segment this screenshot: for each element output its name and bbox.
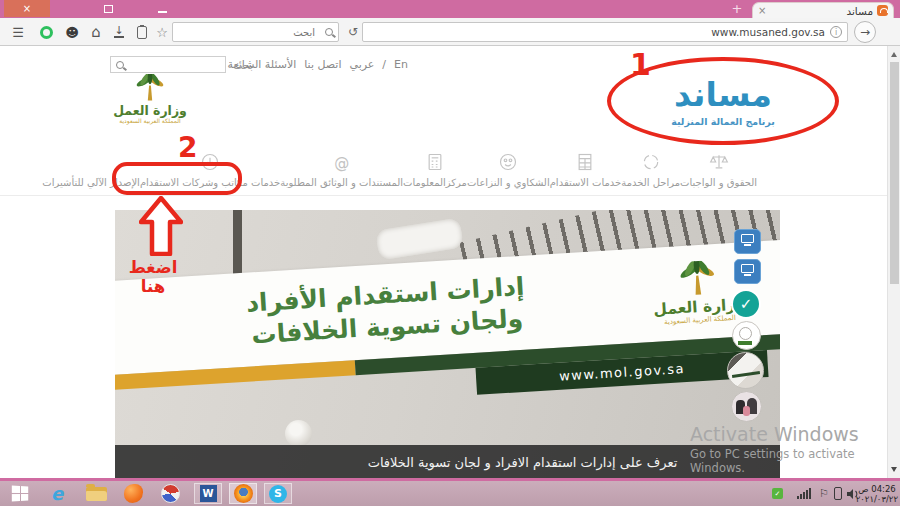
scroll-down-icon[interactable] [891, 467, 897, 472]
e-services-button[interactable] [734, 259, 761, 284]
downloads-button[interactable]: ↓ [110, 18, 128, 46]
browser-app-button[interactable] [159, 483, 181, 504]
word-button[interactable]: W [194, 483, 222, 504]
slider-caption: تعرف على إدارات استقدام الافراد و لجان ت… [115, 445, 780, 479]
firefox-button[interactable] [229, 483, 257, 504]
browser-toolbar: ☰ ☻ ⌂ ↓ ☆ ↺ i www.musaned.gov.sa → [0, 18, 900, 46]
scales-icon [709, 152, 729, 172]
link-faq[interactable]: الأسئلة الشائعة [228, 58, 297, 71]
palm-tree-icon [673, 259, 721, 300]
device-icon[interactable] [834, 487, 842, 500]
forward-arrow-icon: → [860, 25, 870, 39]
palm-tree-icon [132, 74, 168, 104]
window-maximize-button[interactable] [104, 5, 113, 13]
link-divider: / [382, 58, 386, 71]
ministry-logo: وزارة العمل المملكة العربية السعودية [110, 74, 190, 124]
extension-button[interactable] [36, 18, 56, 46]
windows-logo-icon [11, 486, 27, 502]
nav-item-complaints[interactable]: الشكاوي و النزاعات [467, 152, 550, 195]
screen: × + × مساند ☰ ☻ ⌂ ↓ ☆ ↺ i www.musaned.go… [0, 0, 900, 506]
new-tab-button[interactable]: + [728, 1, 746, 16]
nav-item-recruitment-services[interactable]: خدمات الاستقدام [550, 152, 622, 195]
site-search-input[interactable] [127, 58, 223, 71]
ministry-title: وزارة العمل [110, 104, 190, 117]
browser-search-box[interactable] [172, 22, 339, 42]
chat-extension-button[interactable]: ☻ [62, 18, 82, 46]
url-text: www.musaned.gov.sa [711, 26, 825, 38]
skype-icon: S [269, 485, 287, 503]
link-english[interactable]: En [394, 58, 408, 71]
firefox-icon [234, 484, 253, 503]
service-stages-icon [641, 152, 661, 172]
slide-thumb-document[interactable] [732, 321, 761, 350]
home-button[interactable]: ⌂ [86, 18, 106, 46]
nav-item-service-stages[interactable]: مراحل الخدمة [621, 152, 680, 195]
ie-icon: e [51, 483, 63, 504]
avast-button[interactable] [122, 483, 144, 504]
scrollbar-thumb[interactable] [890, 62, 899, 284]
annotation-up-arrow-icon [139, 196, 183, 256]
complaints-icon [498, 152, 518, 172]
activate-windows-line1: Activate Windows [690, 423, 859, 445]
hamburger-icon: ☰ [12, 25, 24, 40]
site-search-box[interactable] [110, 56, 226, 73]
start-button[interactable] [8, 483, 32, 504]
word-icon: W [200, 485, 217, 502]
link-arabic[interactable]: عربي [349, 58, 374, 71]
url-bar[interactable]: i www.musaned.gov.sa [362, 22, 848, 42]
clipboard-button[interactable] [133, 18, 151, 46]
menu-button[interactable]: ☰ [8, 18, 28, 46]
monitor-icon [741, 264, 754, 273]
annotation-box-2 [112, 162, 242, 195]
search-icon [325, 28, 333, 36]
chat-face-icon: ☻ [65, 25, 79, 40]
clock-date: ٢٠٢١/٠٣/٢٢ [856, 494, 898, 504]
page-scrollbar[interactable] [887, 46, 900, 478]
check-slide-button[interactable]: ✓ [731, 289, 761, 319]
scroll-up-icon[interactable] [891, 52, 897, 57]
remote-support-button[interactable] [734, 229, 761, 254]
internet-explorer-button[interactable]: e [46, 483, 68, 504]
tab-title: مساند [770, 5, 873, 17]
annotation-number-1: 1 [630, 47, 651, 82]
ceiling-light [375, 218, 464, 261]
folder-icon [86, 487, 107, 501]
hero-slider[interactable]: وزارة العمل المملكة العربية السعودية إدا… [115, 210, 780, 479]
taskbar-clock[interactable]: 04:26 ص ٢٠٢١/٠٣/٢٢ [856, 484, 898, 504]
network-signal-icon[interactable] [797, 487, 811, 499]
nav-item-information-center[interactable]: مركزالمعلومات [403, 152, 467, 195]
reload-button[interactable]: ↺ [344, 18, 362, 46]
green-ring-icon [40, 26, 53, 39]
header-links: En / عربي اتصل بنا الأسئلة الشائعة [258, 58, 408, 71]
tab-close-icon[interactable]: × [758, 6, 766, 16]
browser-search-input[interactable] [175, 24, 315, 40]
search-icon [116, 61, 124, 69]
slide-thumb-banner[interactable] [727, 352, 764, 389]
monitor-icon [741, 234, 754, 243]
activate-windows-line2: Go to PC settings to activate Windows. [690, 447, 900, 475]
information-center-icon [425, 152, 445, 172]
windows-taskbar: e W S ✓ ⚐ 04:26 ص ٢٠٢١/٠٣/٢٢ [0, 481, 900, 506]
bookmark-button[interactable]: ☆ [152, 18, 172, 46]
page-info-icon[interactable]: i [830, 26, 842, 38]
slide-thumb-people[interactable] [731, 391, 762, 422]
clock-time: 04:26 ص [856, 484, 898, 494]
recruitment-services-icon [575, 152, 595, 172]
window-close-button[interactable]: × [4, 0, 50, 17]
clipboard-icon [137, 26, 147, 39]
link-contact[interactable]: اتصل بنا [304, 58, 341, 71]
annotation-number-2: 2 [178, 131, 197, 164]
forward-button[interactable]: → [854, 21, 876, 43]
skype-button[interactable]: S [264, 483, 292, 504]
swirl-icon [161, 484, 180, 503]
nav-item-rights[interactable]: الحقوق و الواجبات [680, 152, 757, 195]
tray-app-icon[interactable]: ✓ [772, 488, 783, 499]
file-explorer-button[interactable] [84, 483, 108, 504]
action-center-flag-icon[interactable]: ⚐ [817, 483, 831, 504]
banner-band: وزارة العمل المملكة العربية السعودية إدا… [115, 238, 780, 418]
download-arrow-icon: ↓ [114, 26, 123, 36]
window-minimize-button[interactable] [158, 11, 167, 13]
browser-tab[interactable]: × مساند [752, 2, 894, 18]
reload-icon: ↺ [348, 25, 358, 39]
nav-item-documents[interactable]: @ المستندات و الوثائق المطلوبة [280, 152, 403, 195]
